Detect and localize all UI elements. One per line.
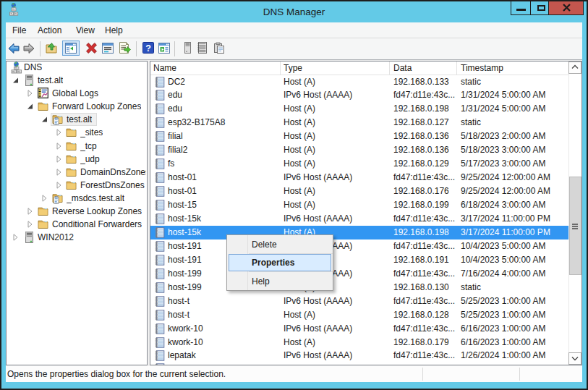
svg-text:?: ? [145,43,151,54]
